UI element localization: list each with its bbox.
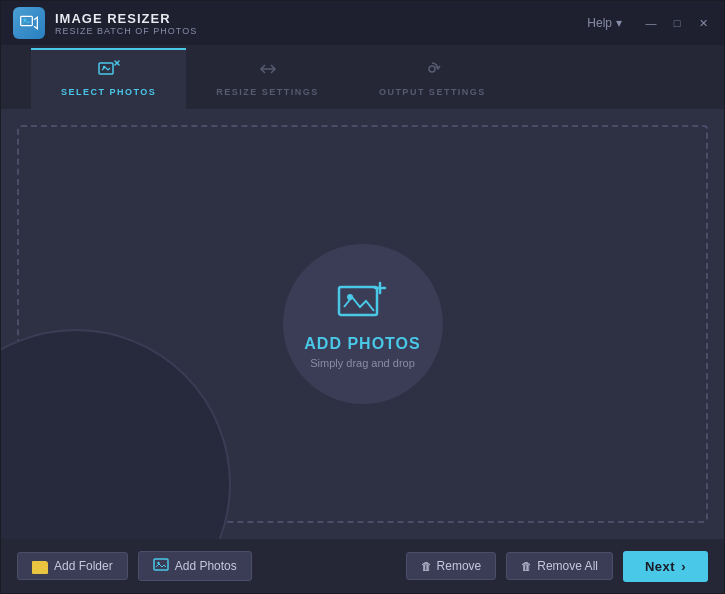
remove-icon: 🗑 (421, 560, 432, 572)
app-window: IMAGE RESIZER RESIZE BATCH OF PHOTOS Hel… (0, 0, 725, 594)
tab-resize-settings[interactable]: RESIZE SETTINGS (186, 50, 349, 109)
app-logo (13, 7, 45, 39)
add-photos-sublabel: Simply drag and drop (310, 357, 415, 369)
add-folder-button[interactable]: Add Folder (17, 552, 128, 580)
photo-icon (153, 558, 169, 574)
app-subtitle: RESIZE BATCH OF PHOTOS (55, 26, 197, 36)
restore-button[interactable]: □ (668, 14, 686, 32)
svg-point-6 (347, 294, 353, 300)
tab-select-photos[interactable]: SELECT PHOTOS (31, 48, 186, 109)
app-title-group: IMAGE RESIZER RESIZE BATCH OF PHOTOS (55, 11, 197, 36)
add-photos-button[interactable]: Add Photos (138, 551, 252, 581)
svg-point-8 (157, 562, 159, 564)
resize-settings-icon (257, 60, 279, 83)
app-title: IMAGE RESIZER (55, 11, 197, 26)
svg-point-4 (429, 66, 435, 72)
close-button[interactable]: ✕ (694, 14, 712, 32)
svg-point-1 (24, 18, 27, 21)
next-chevron-icon: › (681, 559, 686, 574)
select-photos-icon (98, 60, 120, 83)
main-content: ADD PHOTOS Simply drag and drop (1, 109, 724, 539)
svg-point-3 (102, 66, 104, 68)
tab-bar: SELECT PHOTOS RESIZE SETTINGS OUTPUT S (1, 45, 724, 109)
folder-icon (32, 561, 48, 574)
add-photos-circle: ADD PHOTOS Simply drag and drop (283, 244, 443, 404)
tab-output-settings[interactable]: OUTPUT SETTINGS (349, 50, 516, 109)
tab-select-photos-label: SELECT PHOTOS (61, 87, 156, 97)
output-settings-icon (421, 60, 443, 83)
add-photos-icon (336, 279, 390, 327)
svg-rect-5 (339, 287, 377, 315)
svg-rect-7 (154, 559, 168, 570)
tab-resize-settings-label: RESIZE SETTINGS (216, 87, 319, 97)
title-bar: IMAGE RESIZER RESIZE BATCH OF PHOTOS Hel… (1, 1, 724, 45)
tab-output-settings-label: OUTPUT SETTINGS (379, 87, 486, 97)
remove-all-button[interactable]: 🗑 Remove All (506, 552, 613, 580)
remove-all-icon: 🗑 (521, 560, 532, 572)
bottom-bar: Add Folder Add Photos 🗑 Remove 🗑 Remove … (1, 539, 724, 593)
minimize-button[interactable]: — (642, 14, 660, 32)
help-button[interactable]: Help ▾ (587, 16, 622, 30)
remove-button[interactable]: 🗑 Remove (406, 552, 497, 580)
next-button[interactable]: Next › (623, 551, 708, 582)
add-photos-label: ADD PHOTOS (304, 335, 420, 353)
window-controls: Help ▾ — □ ✕ (587, 14, 712, 32)
